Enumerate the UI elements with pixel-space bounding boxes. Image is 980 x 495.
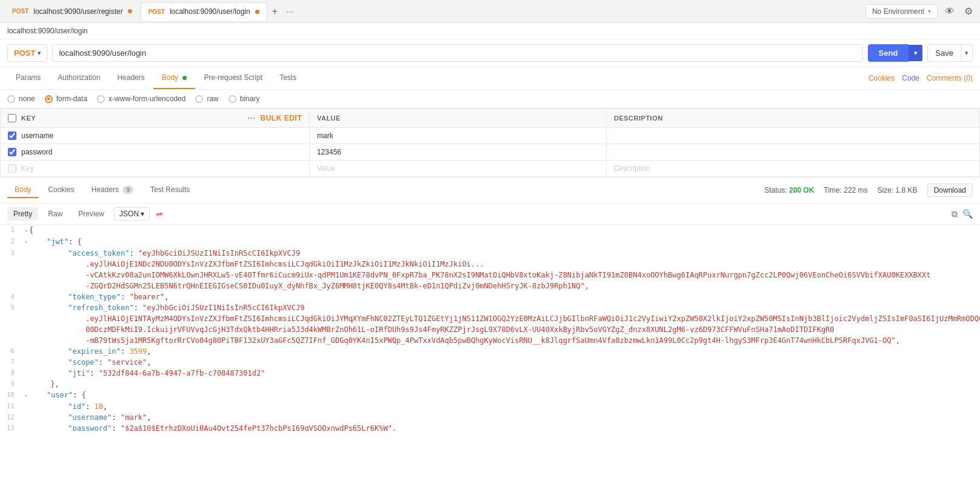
body-active-dot xyxy=(182,76,187,80)
select-all-checkbox[interactable] xyxy=(8,114,16,122)
tab-headers[interactable]: Headers xyxy=(108,67,153,89)
tab-register[interactable]: POST localhost:9090/user/register xyxy=(5,2,139,21)
code-link[interactable]: Code xyxy=(902,74,919,82)
placeholder-value[interactable]: Value xyxy=(310,161,607,177)
key-value-password: password xyxy=(21,148,52,156)
save-button[interactable]: Save xyxy=(928,45,961,61)
option-form-data[interactable]: form-data xyxy=(45,95,87,103)
placeholder-key[interactable]: Key xyxy=(1,161,310,177)
add-tab-button[interactable]: + xyxy=(268,6,281,17)
option-urlencoded[interactable]: x-www-form-urlencoded xyxy=(97,95,185,103)
tab-register-url: localhost:9090/user/register xyxy=(33,7,122,16)
code-line: .eyJlHAiOjE1NDc2NDU0ODYsInVzZXJfbmFtZSI6… xyxy=(0,259,980,270)
url-input[interactable] xyxy=(52,44,862,62)
line-number: 4 xyxy=(0,291,22,302)
option-none-label: none xyxy=(19,95,35,103)
tab-login-method: POST xyxy=(148,8,165,15)
method-select[interactable]: POST ▾ xyxy=(7,44,47,62)
line-content: "id": 10, xyxy=(22,401,980,412)
environment-label: No Environment xyxy=(872,7,924,16)
wrap-icon[interactable]: ⇌ xyxy=(156,209,163,219)
column-options-icon[interactable]: ··· xyxy=(247,113,255,123)
code-line: 11 "id": 10, xyxy=(0,401,980,412)
code-line: -ZGQrD2HdSGMn25LEB5N6trQHnEIEGIGseCS0IDu… xyxy=(0,281,980,291)
tab-prerequest[interactable]: Pre-request Script xyxy=(195,67,271,89)
download-button[interactable]: Download xyxy=(927,184,973,197)
placeholder-checkbox xyxy=(8,164,16,173)
bulk-edit-button[interactable]: Bulk Edit xyxy=(261,114,302,122)
line-number: 1 xyxy=(0,225,22,236)
send-button[interactable]: Send xyxy=(868,44,909,62)
option-none[interactable]: none xyxy=(7,95,35,103)
comments-link[interactable]: Comments (0) xyxy=(927,74,973,82)
line-number: 11 xyxy=(0,401,22,412)
code-line: .eyJlHAiOjE1NTAyMzM4ODYsInVzZXJfbmFtZSI6… xyxy=(0,313,980,324)
row-checkbox-password[interactable] xyxy=(8,148,16,156)
more-tabs-button[interactable]: ··· xyxy=(282,7,297,16)
search-icon[interactable]: 🔍 xyxy=(962,209,973,219)
out-tab-preview[interactable]: Preview xyxy=(72,207,110,221)
radio-binary[interactable] xyxy=(228,95,236,103)
time-value: 222 ms xyxy=(844,186,867,194)
line-content: "username": "mark", xyxy=(22,412,980,423)
line-number xyxy=(0,281,22,291)
radio-none[interactable] xyxy=(7,95,15,103)
save-dropdown-button[interactable]: ▾ xyxy=(961,45,972,61)
response-tab-cookies[interactable]: Cookies xyxy=(41,182,81,198)
code-line: 13 "password": "$2a$10$EtrhzDXoUi0Au4Qyt… xyxy=(0,423,980,431)
tab-login-dot xyxy=(255,10,259,14)
line-content: "scope": "service", xyxy=(22,357,980,368)
line-content: "password": "$2a$10$EtrhzDXoUi0Au4Qyt254… xyxy=(22,423,980,431)
fold-indicator[interactable]: ▾ xyxy=(24,392,28,399)
fold-indicator[interactable]: ▾ xyxy=(24,239,28,245)
code-line: 6 "expires_in": 3599, xyxy=(0,346,980,357)
tab-authorization[interactable]: Authorization xyxy=(49,67,108,89)
code-line: -vCAtkKzv08a2unIOMW6XkLOwnJHRXLw5-vE4OTf… xyxy=(0,270,980,281)
key-cell-password: password xyxy=(1,144,310,161)
chevron-down-icon: ▾ xyxy=(38,50,41,56)
radio-form-data[interactable] xyxy=(45,95,53,103)
line-content: ▾{ xyxy=(22,225,980,236)
response-tab-headers[interactable]: Headers 9 xyxy=(84,182,141,198)
option-binary[interactable]: binary xyxy=(228,95,260,103)
placeholder-description[interactable]: Description xyxy=(607,161,980,177)
tab-register-method: POST xyxy=(12,8,28,15)
option-raw[interactable]: raw xyxy=(195,95,218,103)
value-cell-username: mark xyxy=(310,128,607,144)
eye-icon-button[interactable]: 👁 xyxy=(942,4,957,19)
tab-tests[interactable]: Tests xyxy=(271,67,305,89)
code-line: 3 "access_token": "eyJhbGciOiJSUzI1NiIsI… xyxy=(0,248,980,259)
code-line: 12 "username": "mark", xyxy=(0,412,980,423)
headers-badge: 9 xyxy=(122,186,133,194)
tab-login[interactable]: POST localhost:9090/user/login xyxy=(141,2,267,21)
table-row: username mark xyxy=(1,128,980,144)
line-number: 13 xyxy=(0,423,22,431)
response-tab-test-results[interactable]: Test Results xyxy=(143,182,197,198)
line-number xyxy=(0,335,22,346)
response-bar: Body Cookies Headers 9 Test Results Stat… xyxy=(0,177,980,204)
send-dropdown-button[interactable]: ▾ xyxy=(908,45,922,61)
code-line: 7 "scope": "service", xyxy=(0,357,980,368)
settings-icon-button[interactable]: ⚙ xyxy=(962,3,975,19)
out-tab-raw[interactable]: Raw xyxy=(42,207,68,221)
format-label: JSON xyxy=(119,210,139,218)
line-number: 9 xyxy=(0,379,22,390)
line-content: "token_type": "bearer", xyxy=(22,291,980,302)
format-select[interactable]: JSON ▾ xyxy=(114,207,150,221)
out-tab-pretty[interactable]: Pretty xyxy=(7,207,38,221)
copy-icon[interactable]: ⧉ xyxy=(952,209,958,219)
fold-indicator[interactable]: ▾ xyxy=(24,227,28,234)
radio-raw[interactable] xyxy=(195,95,203,103)
line-number: 2 xyxy=(0,236,22,248)
code-line: 5 "refresh_token": "eyJhbGciOiJSUzI1NiIs… xyxy=(0,302,980,313)
row-checkbox-username[interactable] xyxy=(8,131,16,140)
radio-urlencoded[interactable] xyxy=(97,95,105,103)
status-label: Status: 200 OK xyxy=(764,186,814,194)
environment-select[interactable]: No Environment ▾ xyxy=(865,4,938,19)
tab-params[interactable]: Params xyxy=(7,67,49,89)
response-status: Status: 200 OK Time: 222 ms Size: 1.8 KB… xyxy=(764,184,973,197)
response-tab-body[interactable]: Body xyxy=(7,182,38,198)
cookies-link[interactable]: Cookies xyxy=(868,74,895,82)
tab-body[interactable]: Body xyxy=(153,67,196,89)
address-text: localhost:9090/user/login xyxy=(7,27,88,35)
